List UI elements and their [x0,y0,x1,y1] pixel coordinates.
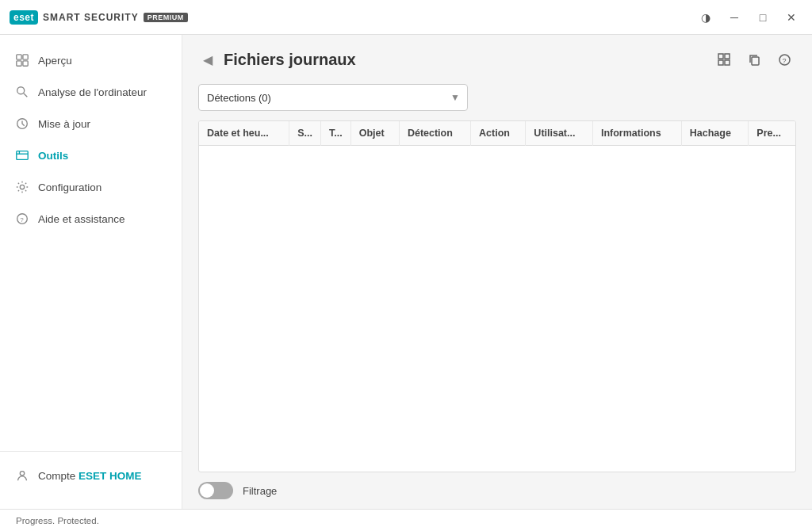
outils-icon [14,147,30,163]
contrast-button[interactable]: ◑ [695,6,717,29]
main-layout: Aperçu Analyse de l'ordinateur Mise à jo… [0,35,812,509]
svg-text:?: ? [20,216,24,223]
apercu-icon [14,52,30,68]
logo-box: eset [10,10,38,25]
content-header-left: ◀ Fichiers journaux [198,50,356,69]
aide-icon: ? [14,211,30,227]
col-severity: S... [289,121,321,146]
svg-rect-15 [725,54,730,59]
table-header-row: Date et heu... S... T... Objet Détection… [199,121,795,146]
toggle-thumb [200,483,214,498]
grid-view-button[interactable] [712,48,736,71]
back-arrow[interactable]: ◀ [198,50,217,69]
sidebar-item-configuration[interactable]: Configuration [0,171,182,203]
log-table: Date et heu... S... T... Objet Détection… [199,121,795,146]
bottom-bar: Filtrage [182,472,812,509]
page-title: Fichiers journaux [224,51,356,69]
svg-rect-7 [17,151,28,160]
filtrage-toggle[interactable] [198,482,233,499]
minimize-button[interactable]: ─ [723,6,745,29]
logo-text: eset [13,12,34,23]
svg-rect-2 [17,61,21,66]
sidebar-item-aide[interactable]: ? Aide et assistance [0,203,182,235]
svg-line-5 [24,94,28,97]
svg-point-10 [20,185,24,189]
svg-rect-0 [17,55,21,59]
col-informations: Informations [592,121,681,146]
svg-rect-3 [23,61,28,66]
sidebar-item-label: Aide et assistance [38,213,125,225]
sidebar-item-label: Analyse de l'ordinateur [38,86,147,98]
eset-logo: eset SMART SECURITY PREMIUM [10,10,188,25]
sidebar-item-compte[interactable]: Compte ESET HOME [0,460,182,491]
col-detection: Détection [399,121,470,146]
content-header: ◀ Fichiers journaux [182,35,812,84]
log-table-container[interactable]: Date et heu... S... T... Objet Détection… [198,120,796,472]
col-objet: Objet [350,121,399,146]
help-button[interactable]: ? [772,48,796,71]
sidebar-item-label: Configuration [38,181,102,193]
sidebar-item-label: Aperçu [38,55,72,67]
premium-badge: PREMIUM [144,13,188,22]
sidebar-item-label: Mise à jour [38,118,90,130]
content-header-right: ? [712,48,796,71]
col-utilisateur: Utilisat... [526,121,593,146]
copy-button[interactable] [742,48,766,71]
app-name: SMART SECURITY [43,12,139,23]
sidebar-item-apercu[interactable]: Aperçu [0,44,182,76]
svg-rect-16 [718,60,723,65]
col-action: Action [471,121,526,146]
configuration-icon [14,179,30,195]
svg-text:?: ? [782,56,786,64]
log-type-dropdown[interactable]: Détections (0) Événements (0) Analyse (0… [198,84,468,111]
sidebar-footer: Compte ESET HOME [0,451,182,499]
close-button[interactable]: ✕ [780,6,802,29]
status-text: Progress. Protected. [16,516,99,525]
svg-rect-17 [725,60,730,65]
sidebar-item-miseajour[interactable]: Mise à jour [0,108,182,139]
miseajour-icon [14,116,30,132]
svg-rect-14 [718,54,723,59]
svg-rect-1 [23,55,28,59]
sidebar-item-outils[interactable]: Outils [0,139,182,171]
sidebar: Aperçu Analyse de l'ordinateur Mise à jo… [0,35,182,509]
titlebar-left: eset SMART SECURITY PREMIUM [10,10,188,25]
maximize-button[interactable]: □ [752,6,774,29]
sidebar-item-label: Outils [38,150,68,162]
svg-rect-18 [752,57,759,65]
svg-point-13 [20,472,24,476]
col-type: T... [320,121,350,146]
dropdown-row: Détections (0) Événements (0) Analyse (0… [182,84,812,120]
titlebar: eset SMART SECURITY PREMIUM ◑ ─ □ ✕ [0,0,812,35]
dropdown-wrapper: Détections (0) Événements (0) Analyse (0… [198,84,468,111]
status-bar: Progress. Protected. [0,509,812,531]
sidebar-item-analyse[interactable]: Analyse de l'ordinateur [0,76,182,108]
col-hachage: Hachage [681,121,749,146]
analyse-icon [14,84,30,100]
titlebar-controls: ◑ ─ □ ✕ [695,6,802,29]
content-area: ◀ Fichiers journaux [182,35,812,509]
filtrage-label: Filtrage [243,485,277,497]
compte-label: Compte ESET HOME [38,470,142,482]
svg-point-4 [17,87,25,94]
col-date: Date et heu... [199,121,289,146]
compte-icon [14,468,30,483]
col-pre: Pre... [749,121,795,146]
